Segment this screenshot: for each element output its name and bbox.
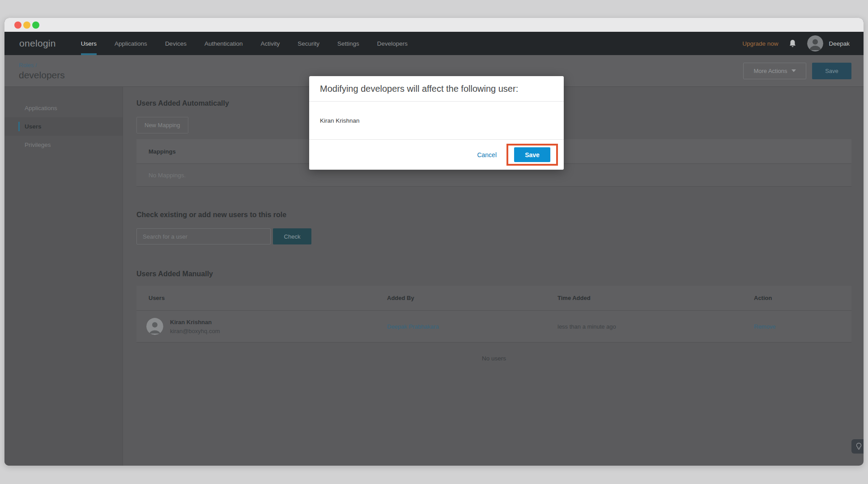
sidebar-item-privileges[interactable]: Privileges bbox=[4, 136, 123, 154]
user-identity: Kiran Krishnan kiran@boxyhq.com bbox=[170, 319, 220, 334]
breadcrumb-roles-link[interactable]: Roles / bbox=[19, 62, 37, 69]
new-mapping-button[interactable]: New Mapping bbox=[136, 117, 188, 133]
breadcrumb: Roles / developers bbox=[19, 61, 65, 81]
check-users-title: Check existing or add new users to this … bbox=[136, 211, 851, 219]
upgrade-now-link[interactable]: Upgrade now bbox=[742, 40, 778, 47]
role-sidebar: Applications Users Privileges bbox=[4, 87, 123, 466]
sidebar-item-label: Privileges bbox=[25, 141, 51, 148]
page-title: developers bbox=[19, 70, 65, 81]
remove-link[interactable]: Remove bbox=[754, 323, 851, 330]
nav-item-devices[interactable]: Devices bbox=[165, 32, 187, 55]
sidebar-item-label: Applications bbox=[25, 105, 57, 111]
user-avatar-icon bbox=[146, 318, 163, 335]
minimize-window-button[interactable] bbox=[23, 21, 30, 29]
column-header-users: Users bbox=[136, 295, 387, 301]
user-search-row: Check bbox=[136, 228, 851, 244]
sidebar-item-label: Users bbox=[25, 123, 42, 130]
close-window-button[interactable] bbox=[14, 21, 21, 29]
no-users-text: No users bbox=[136, 355, 851, 362]
account-user-name[interactable]: Deepak bbox=[829, 40, 850, 47]
navbar-right: Upgrade now Deepak bbox=[742, 32, 850, 55]
nav-item-users[interactable]: Users bbox=[81, 32, 97, 55]
active-indicator bbox=[18, 122, 20, 131]
user-email: kiran@boxyhq.com bbox=[170, 328, 220, 334]
nav-item-activity[interactable]: Activity bbox=[260, 32, 280, 55]
role-save-button[interactable]: Save bbox=[812, 63, 851, 79]
sidebar-item-users[interactable]: Users bbox=[4, 117, 123, 136]
modal-affected-user: Kiran Krishnan bbox=[309, 102, 564, 140]
confirm-modal: Modifying developers will affect the fol… bbox=[309, 76, 564, 170]
modal-title: Modifying developers will affect the fol… bbox=[309, 76, 564, 102]
caret-down-icon bbox=[791, 69, 796, 72]
modal-cancel-button[interactable]: Cancel bbox=[477, 151, 497, 158]
manual-users-header-row: Users Added By Time Added Action bbox=[136, 286, 851, 311]
nav-item-settings[interactable]: Settings bbox=[337, 32, 359, 55]
user-name: Kiran Krishnan bbox=[170, 319, 220, 326]
time-added-text: less than a minute ago bbox=[557, 323, 754, 330]
nav-item-applications[interactable]: Applications bbox=[115, 32, 147, 55]
users-added-manually-title: Users Added Manually bbox=[136, 270, 851, 278]
zoom-window-button[interactable] bbox=[32, 21, 39, 29]
account-avatar-icon[interactable] bbox=[807, 35, 823, 51]
lightbulb-icon bbox=[855, 442, 862, 450]
check-button[interactable]: Check bbox=[273, 228, 311, 244]
more-actions-button[interactable]: More Actions bbox=[743, 63, 806, 79]
manual-users-table: Users Added By Time Added Action bbox=[136, 286, 851, 343]
column-header-added-by: Added By bbox=[387, 295, 557, 301]
column-header-time-added: Time Added bbox=[557, 295, 754, 301]
search-user-input[interactable] bbox=[136, 228, 271, 244]
sidebar-item-applications[interactable]: Applications bbox=[4, 99, 123, 117]
table-row: Kiran Krishnan kiran@boxyhq.com Deepak P… bbox=[136, 311, 851, 342]
window-titlebar bbox=[4, 18, 864, 32]
nav-item-developers[interactable]: Developers bbox=[377, 32, 408, 55]
nav-item-authentication[interactable]: Authentication bbox=[204, 32, 243, 55]
annotation-highlight-box: Save bbox=[506, 144, 558, 166]
hint-lightbulb-button[interactable] bbox=[851, 439, 864, 454]
onelogin-logo[interactable]: onelogin bbox=[19, 32, 56, 55]
header-actions: More Actions Save bbox=[743, 63, 851, 79]
modal-save-button[interactable]: Save bbox=[514, 147, 550, 162]
bell-icon[interactable] bbox=[789, 39, 796, 48]
modal-footer: Cancel Save bbox=[309, 140, 564, 170]
primary-nav: Users Applications Devices Authenticatio… bbox=[81, 32, 408, 55]
more-actions-label: More Actions bbox=[753, 68, 787, 74]
column-header-action: Action bbox=[754, 295, 851, 301]
nav-item-security[interactable]: Security bbox=[298, 32, 319, 55]
user-cell: Kiran Krishnan kiran@boxyhq.com bbox=[136, 318, 387, 335]
top-navbar: onelogin Users Applications Devices Auth… bbox=[4, 32, 864, 55]
browser-window: onelogin Users Applications Devices Auth… bbox=[4, 18, 864, 466]
added-by-link[interactable]: Deepak Prabhakara bbox=[387, 323, 557, 330]
